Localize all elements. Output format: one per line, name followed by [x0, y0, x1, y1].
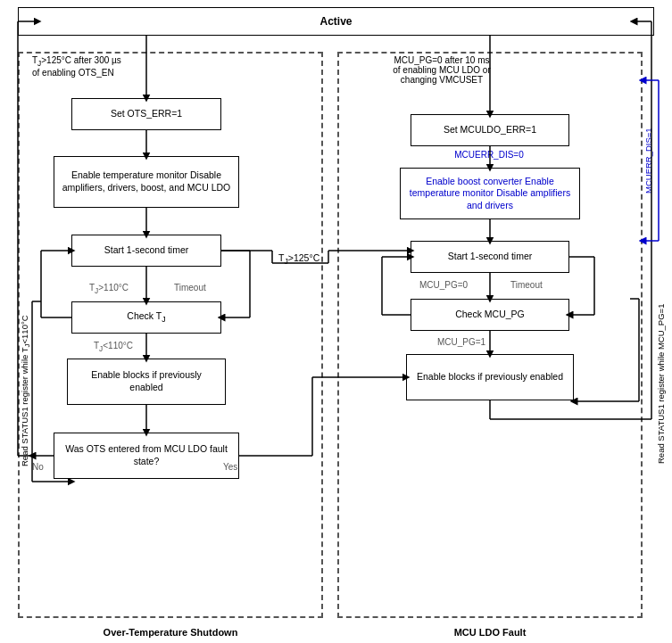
active-label: Active [319, 15, 352, 28]
active-box: Active [18, 7, 654, 36]
left-box2: Enable temperature monitor Disable ampli… [54, 156, 239, 208]
left-box6: Was OTS entered from MCU LDO fault state… [54, 433, 239, 479]
right-panel-label: MCU LDO Fault [337, 627, 643, 638]
left-yes: Yes [223, 462, 237, 472]
right-box4: Check MCU_PG [411, 299, 569, 331]
left-cond-110-low: TJ<110°C [94, 341, 133, 353]
right-box2: Enable boost converter Enable temperatur… [400, 168, 580, 219]
left-box1: Set OTS_ERR=1 [71, 98, 221, 130]
right-box3: Start 1-second timer [411, 241, 569, 273]
right-cond-dis0: MCUERR_DIS=0 [427, 150, 552, 160]
right-cond-pg1: MCU_PG=1 [437, 337, 485, 347]
right-cond-timeout: Timeout [510, 280, 543, 290]
left-cond-timeout: Timeout [174, 283, 206, 293]
left-box3: Start 1-second timer [71, 235, 221, 267]
page: Active TJ>125°C after 300 µsof enabling … [0, 0, 672, 643]
right-side-label: Read STATUS1 register while MCU_PG=1 [656, 299, 668, 468]
left-panel [18, 52, 323, 618]
left-box4: Check TJ [71, 301, 221, 334]
right-box1: Set MCULDO_ERR=1 [411, 114, 569, 146]
left-cond-110: TJ>110°C [89, 283, 129, 295]
cross-cond: TJ>125°C [278, 252, 319, 266]
left-top-condition: TJ>125°C after 300 µsof enabling OTS_EN [32, 55, 175, 78]
left-panel-label: Over-Temperature Shutdown [18, 627, 323, 638]
right-box5: Enable blocks if previously enabled [406, 354, 574, 400]
right-side-label2: MCUERR_DIS=1 [643, 80, 656, 241]
left-box5: Enable blocks if previously enabled [67, 359, 226, 405]
left-no: No [32, 462, 44, 472]
left-side-label: Read STATUS1 register while TJ<110°C [20, 301, 32, 480]
right-cond-pg0: MCU_PG=0 [419, 280, 468, 290]
right-top-condition: MCU_PG=0 after 10 msof enabling MCU LDO … [357, 55, 527, 85]
